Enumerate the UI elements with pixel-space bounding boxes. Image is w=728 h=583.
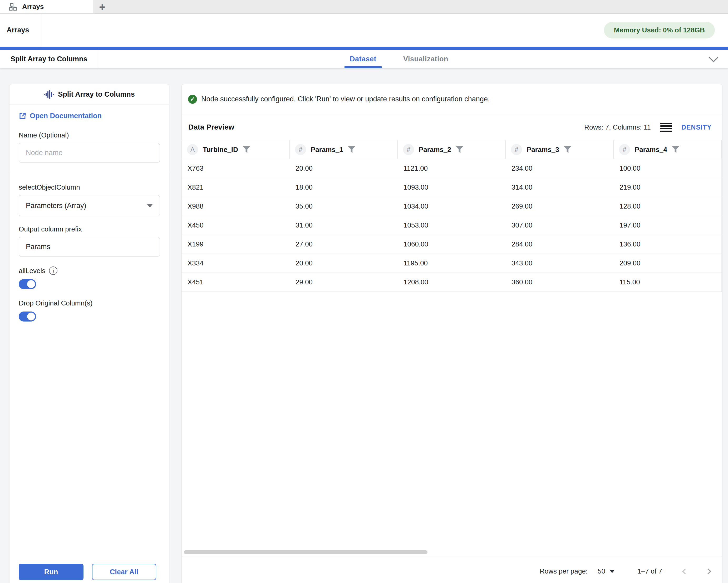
open-documentation-label: Open Documentation <box>30 112 102 120</box>
preview-header: Data Preview Rows: 7, Columns: 11 DENSIT… <box>182 114 722 140</box>
table-cell: 314.00 <box>506 178 614 197</box>
node-config-panel: Split Array to Columns Open Documentatio… <box>9 84 170 583</box>
collapse-panel-button[interactable] <box>699 50 728 68</box>
filter-icon[interactable] <box>672 146 679 153</box>
table-cell: 269.00 <box>506 197 614 216</box>
select-object-column-label: selectObjectColumn <box>19 183 160 191</box>
filter-icon[interactable] <box>243 146 250 153</box>
clear-all-button[interactable]: Clear All <box>92 564 156 580</box>
tab-visualization[interactable]: Visualization <box>402 50 450 68</box>
table-cell: 1195.00 <box>398 254 506 272</box>
run-button[interactable]: Run <box>19 564 83 580</box>
toggle-knob <box>27 313 35 320</box>
density-icon[interactable] <box>660 123 672 132</box>
table-cell: X199 <box>182 235 290 254</box>
column-label: Turbine_ID <box>203 145 238 154</box>
table-cell: 100.00 <box>614 159 722 178</box>
waveform-icon <box>44 90 54 99</box>
name-field-label: Name (Optional) <box>19 131 160 139</box>
table-cell: 284.00 <box>506 235 614 254</box>
chevron-right-icon <box>705 568 711 574</box>
memory-usage-badge: Memory Used: 0% of 128GB <box>604 22 715 38</box>
table-cell: 234.00 <box>506 159 614 178</box>
table-cell: 209.00 <box>614 254 722 272</box>
dropdown-caret-icon <box>147 204 153 208</box>
column-header-params_4[interactable]: #Params_4 <box>614 140 722 159</box>
pagination-nav <box>681 567 712 575</box>
drop-original-row: Drop Original Column(s) <box>19 299 160 307</box>
table-cell: 1208.00 <box>398 273 506 292</box>
table-cell: X821 <box>182 178 290 197</box>
table-cell: 307.00 <box>506 216 614 235</box>
open-documentation-link[interactable]: Open Documentation <box>19 109 160 122</box>
table-row: X45031.001053.00307.00197.00 <box>182 216 722 235</box>
table-cell: X451 <box>182 273 290 292</box>
data-grid: ATurbine_ID#Params_1#Params_2#Params_3#P… <box>182 140 722 556</box>
column-type-badge: # <box>511 144 522 155</box>
tab-dataset[interactable]: Dataset <box>348 50 378 68</box>
table-cell: 219.00 <box>614 178 722 197</box>
new-tab-button[interactable]: + <box>93 0 111 14</box>
table-cell: 29.00 <box>290 273 398 292</box>
density-button[interactable]: DENSITY <box>681 124 712 131</box>
table-cell: X763 <box>182 159 290 178</box>
plus-icon: + <box>99 2 105 12</box>
table-cell: 343.00 <box>506 254 614 272</box>
sub-header: Split Array to Columns Dataset Visualiza… <box>0 50 728 69</box>
table-cell: X334 <box>182 254 290 272</box>
table-row: X98835.001034.00269.00128.00 <box>182 197 722 216</box>
rows-per-page-value: 50 <box>598 567 605 575</box>
drop-original-toggle[interactable] <box>19 312 36 321</box>
column-type-badge: # <box>619 144 630 155</box>
chevron-down-icon <box>709 53 719 62</box>
column-label: Params_4 <box>635 145 667 154</box>
workflow-tab-arrays[interactable]: Arrays <box>0 0 93 14</box>
table-cell: 20.00 <box>290 254 398 272</box>
column-header-params_3[interactable]: #Params_3 <box>506 140 614 159</box>
table-row: X19927.001060.00284.00136.00 <box>182 235 722 254</box>
column-type-badge: # <box>295 144 306 155</box>
table-cell: 1093.00 <box>398 178 506 197</box>
column-header-turbine_id[interactable]: ATurbine_ID <box>182 140 290 159</box>
all-levels-toggle[interactable] <box>19 279 36 289</box>
horizontal-scrollbar-thumb[interactable] <box>184 550 427 554</box>
output-prefix-label: Output column prefix <box>19 225 160 233</box>
select-object-column-dropdown[interactable]: Parameters (Array) <box>19 195 160 216</box>
external-link-icon <box>19 112 27 120</box>
filter-icon[interactable] <box>564 146 571 153</box>
table-row: X33420.001195.00343.00209.00 <box>182 254 722 273</box>
table-cell: 115.00 <box>614 273 722 292</box>
table-cell: 1034.00 <box>398 197 506 216</box>
app-title: Arrays <box>0 14 41 47</box>
table-cell: 1060.00 <box>398 235 506 254</box>
table-cell: 360.00 <box>506 273 614 292</box>
table-cell: 20.00 <box>290 159 398 178</box>
success-check-icon: ✓ <box>188 95 197 104</box>
column-header-params_1[interactable]: #Params_1 <box>290 140 398 159</box>
action-buttons-row: Run Clear All <box>19 564 160 580</box>
column-label: Params_3 <box>527 145 559 154</box>
column-header-params_2[interactable]: #Params_2 <box>398 140 506 159</box>
status-row: ✓ Node successfully configured. Click 'R… <box>182 84 722 114</box>
rows-per-page-select[interactable]: 50 <box>598 567 615 575</box>
select-object-column-value: Parameters (Array) <box>26 202 86 210</box>
table-cell: 35.00 <box>290 197 398 216</box>
table-cell: 1053.00 <box>398 216 506 235</box>
filter-icon[interactable] <box>456 146 463 153</box>
pagination-bar: Rows per page: 50 1–7 of 7 <box>182 556 722 583</box>
preview-title: Data Preview <box>188 123 234 131</box>
drop-original-label: Drop Original Column(s) <box>19 299 93 307</box>
node-title: Split Array to Columns <box>0 50 99 68</box>
info-icon[interactable]: i <box>49 266 57 275</box>
output-prefix-input[interactable] <box>19 237 160 257</box>
app-header: Arrays Memory Used: 0% of 128GB <box>0 14 728 47</box>
table-cell: 18.00 <box>290 178 398 197</box>
next-page-button[interactable] <box>704 567 712 575</box>
node-name-input[interactable] <box>19 143 160 162</box>
previous-page-button[interactable] <box>681 567 689 575</box>
table-row: X82118.001093.00314.00219.00 <box>182 178 722 197</box>
table-row: X76320.001121.00234.00100.00 <box>182 159 722 178</box>
grid-header-row: ATurbine_ID#Params_1#Params_2#Params_3#P… <box>182 140 722 159</box>
filter-icon[interactable] <box>348 146 355 153</box>
table-cell: X450 <box>182 216 290 235</box>
